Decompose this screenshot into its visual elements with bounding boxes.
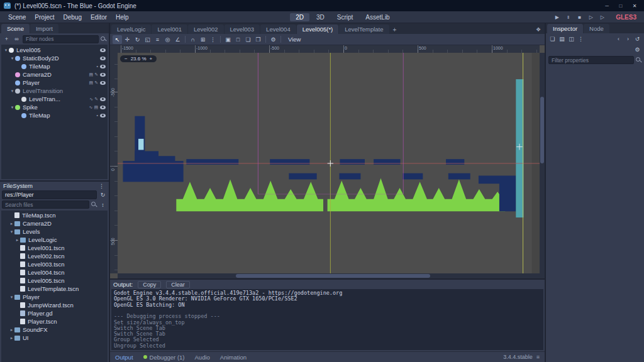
visibility-toggle-icon[interactable] (100, 65, 106, 69)
terrain-left-base[interactable] (123, 161, 183, 182)
new-resource-icon[interactable]: ❏ (548, 35, 557, 43)
view-menu-button[interactable]: View (284, 35, 305, 43)
list-select-icon[interactable]: ≡ (153, 35, 162, 44)
output-log[interactable]: Godot Engine v3.4.4.stable.official.419e… (111, 289, 543, 350)
bottom-tab-output[interactable]: Output (115, 354, 133, 361)
scale-tool-icon[interactable]: ◱ (143, 35, 152, 44)
grid-snap-icon[interactable]: ⊞ (198, 35, 208, 44)
pause-button[interactable]: ‖ (564, 13, 573, 21)
fs-item-level005-tscn[interactable]: Level005.tscn (1, 277, 108, 285)
fs-item-leveltemplate-tscn[interactable]: LevelTemplate.tscn (1, 285, 108, 293)
select-tool-icon[interactable]: ↖ (113, 35, 122, 44)
collapse-arrow-icon[interactable]: ▾ (3, 48, 9, 53)
folder-arrow-icon[interactable]: ▸ (9, 336, 14, 341)
scene-node-tilemap[interactable]: TileMap▪ (1, 62, 108, 70)
smart-snap-icon[interactable]: ∩ (188, 35, 197, 44)
renderer-select[interactable]: GLES3 (616, 14, 640, 21)
snap-options-icon[interactable]: ⋮ (208, 35, 218, 44)
zoom-in-button[interactable]: + (150, 56, 153, 62)
skeleton-options-icon[interactable]: ⚙ (269, 35, 278, 44)
visibility-toggle-icon[interactable] (100, 48, 106, 52)
visibility-toggle-icon[interactable] (100, 57, 106, 60)
signal-icon[interactable]: ∿ (89, 97, 93, 102)
editor-script[interactable]: Script (331, 13, 359, 21)
script-icon[interactable]: ✎ (94, 97, 98, 102)
move-tool-icon[interactable]: ✛ (123, 35, 132, 44)
scene-node-spike[interactable]: ▾Spike∿▤ (1, 103, 108, 111)
scene-tab-level004[interactable]: Level004 (260, 25, 296, 34)
terrain-left-step-1[interactable] (135, 151, 158, 161)
scene-tab-levellogic[interactable]: LevelLogic (111, 25, 151, 34)
stop-button[interactable]: ■ (575, 13, 584, 21)
ruler-tool-icon[interactable]: ∠ (173, 35, 182, 44)
menu-debug[interactable]: Debug (58, 13, 86, 21)
platform-2[interactable] (270, 159, 309, 165)
history-forward-icon[interactable]: › (624, 35, 632, 43)
platform-4[interactable] (374, 159, 400, 165)
pivot-tool-icon[interactable]: ◎ (163, 35, 172, 44)
instance-scene-button[interactable]: ∞ (13, 35, 21, 43)
lock-icon[interactable]: ▪ (97, 64, 98, 69)
scene-tab-level001[interactable]: Level001 (152, 25, 187, 34)
canvas-horizontal-scrollbar[interactable] (118, 273, 540, 278)
collapse-arrow-icon[interactable]: ▾ (9, 105, 15, 110)
scene-node-leveltransition[interactable]: ▾LevelTransition (1, 87, 108, 95)
hscroll-thumb[interactable] (236, 274, 430, 278)
script-icon[interactable]: ✎ (94, 72, 98, 77)
search-files-input[interactable] (2, 200, 89, 209)
canvas[interactable] (118, 53, 540, 273)
bottom-tab-audio[interactable]: Audio (195, 354, 210, 361)
terrain-left-step-2[interactable] (158, 156, 175, 161)
minimize-button[interactable]: ─ (600, 1, 614, 11)
fs-item-tilemap-tscn[interactable]: TileMap.tscn (1, 211, 108, 219)
clip-icon[interactable]: ▤ (89, 80, 94, 85)
save-resource-icon[interactable]: ◫ (567, 35, 575, 43)
editor-assetlib[interactable]: AssetLib (360, 13, 395, 21)
scene-tab-level003[interactable]: Level003 (225, 25, 260, 34)
fs-item-ui[interactable]: ▸UI (1, 334, 108, 342)
zoom-out-button[interactable]: − (125, 56, 128, 62)
platform-1[interactable] (186, 159, 238, 165)
visibility-toggle-icon[interactable] (100, 81, 106, 85)
play-custom-scene-button[interactable]: ▷ (597, 13, 607, 21)
close-button[interactable]: ✕ (628, 1, 641, 11)
load-resource-icon[interactable]: ▤ (558, 35, 566, 43)
filter-properties-input[interactable] (548, 56, 634, 64)
lock-icon[interactable]: ▪ (97, 113, 98, 118)
scene-node-leveltran[interactable]: LevelTran...∿✎ (1, 95, 108, 103)
vscroll-thumb[interactable] (540, 97, 544, 163)
scene-tab-leveltemplate[interactable]: LevelTemplate (339, 25, 389, 34)
maximize-button[interactable]: □ (614, 1, 628, 11)
scene-node-tilemap[interactable]: TileMap▪ (1, 111, 108, 119)
scene-tab-level005[interactable]: Level005(*) (297, 25, 339, 34)
platform-6[interactable] (289, 173, 316, 180)
filesystem-menu-icon[interactable]: ⋮ (97, 182, 106, 190)
tab-node[interactable]: Node (584, 24, 609, 33)
distraction-free-button[interactable]: ❖ (533, 25, 543, 34)
fs-item-jumpwizard-tscn[interactable]: JumpWizard.tscn (1, 301, 108, 309)
fs-item-level002-tscn[interactable]: Level002.tscn (1, 252, 108, 260)
add-node-button[interactable]: + (3, 35, 11, 43)
folder-arrow-icon[interactable]: ▾ (9, 295, 14, 300)
fs-item-player-tscn[interactable]: Player.tscn (1, 317, 108, 326)
visibility-toggle-icon[interactable] (100, 106, 106, 109)
fs-item-levels[interactable]: ▾Levels (1, 228, 108, 236)
collapse-arrow-icon[interactable]: ▾ (9, 56, 15, 61)
player-spawn-sprite[interactable] (138, 139, 143, 150)
editor-3d[interactable]: 3D (311, 13, 330, 21)
visibility-toggle-icon[interactable] (100, 73, 106, 77)
fs-item-level001-tscn[interactable]: Level001.tscn (1, 244, 108, 252)
ungroup-object-icon[interactable]: ❐ (253, 35, 263, 44)
menu-editor[interactable]: Editor (86, 13, 111, 21)
canvas-vertical-scrollbar[interactable] (540, 53, 545, 273)
file-sort-icon[interactable]: ↕ (99, 200, 107, 209)
folder-arrow-icon[interactable]: ▸ (9, 221, 14, 226)
lock-object-icon[interactable]: ▣ (223, 35, 233, 44)
fs-item-player[interactable]: ▾Player (1, 293, 108, 301)
current-path[interactable]: res://Player (2, 190, 97, 199)
rotate-tool-icon[interactable]: ↻ (133, 35, 142, 44)
terrain-spikes-left[interactable] (176, 179, 323, 211)
bottom-tab-animation[interactable]: Animation (220, 354, 247, 361)
zoom-value[interactable]: 23.6 % (131, 56, 147, 62)
resource-extra-icon[interactable]: ⋮ (577, 35, 585, 43)
